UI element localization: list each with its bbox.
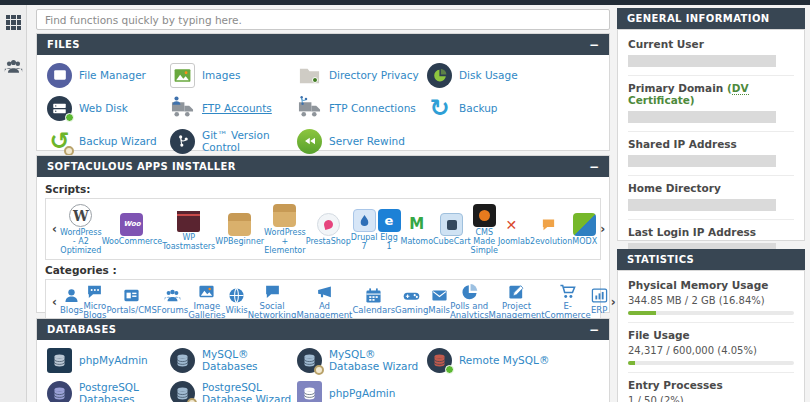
- postgresql-database-wizard-icon: [170, 381, 195, 402]
- files-section: FILES − File Manager Images Directory Pr…: [36, 33, 610, 151]
- files-item-web-disk[interactable]: Web Disk: [47, 95, 170, 121]
- statistics-header: STATISTICS: [617, 249, 805, 270]
- prestashop-icon: [317, 213, 340, 236]
- script-wpbeginner[interactable]: WPBeginner: [215, 211, 264, 247]
- scripts-label: Scripts:: [45, 183, 601, 195]
- progress-bar: [628, 311, 794, 315]
- redacted-value: [628, 111, 776, 123]
- mysql-databases-icon: [170, 348, 195, 373]
- web-disk-icon: [47, 96, 72, 121]
- files-item-git-version-control[interactable]: Git™ Version Control: [170, 128, 297, 154]
- category-ad-management[interactable]: Ad Management: [296, 283, 352, 321]
- databases-grid: phpMyAdmin MySQL® Databases MySQL® Datab…: [37, 340, 609, 402]
- script-prestashop[interactable]: PrestaShop: [306, 211, 351, 247]
- script-wordpress-a2[interactable]: W WordPress - A2 Optimized: [60, 202, 102, 256]
- search-input[interactable]: [36, 9, 610, 30]
- statistics-panel: Physical Memory Usage 344.85 MB / 2 GB (…: [617, 270, 805, 402]
- matomo-icon: M: [405, 213, 428, 236]
- files-grid: File Manager Images Directory Privacy Di…: [37, 55, 609, 158]
- files-item-backup[interactable]: ↻ Backup: [427, 95, 603, 121]
- files-item-label: Backup Wizard: [79, 135, 157, 147]
- redacted-value: [628, 155, 776, 167]
- server-rewind-icon: [297, 129, 322, 154]
- category-forums[interactable]: Forums: [157, 287, 188, 315]
- script-wp-toastmasters[interactable]: WP Toastmasters: [162, 207, 215, 252]
- category-social-networking[interactable]: Social Networking: [248, 283, 297, 321]
- category-portals-cms[interactable]: Portals/CMS: [106, 287, 156, 315]
- scripts-prev-icon[interactable]: ‹: [49, 222, 60, 236]
- databases-item-mysql-database-wizard[interactable]: MySQL® Database Wizard: [297, 347, 427, 373]
- scripts-next-icon[interactable]: ›: [597, 222, 608, 236]
- script-drupal7[interactable]: Drupal 7: [351, 207, 378, 252]
- user-groups-icon[interactable]: [4, 57, 23, 76]
- files-item-server-rewind[interactable]: Server Rewind: [297, 128, 427, 154]
- databases-item-label: MySQL® Databases: [202, 348, 297, 372]
- script-b2evolution[interactable]: b2evolution: [525, 211, 572, 247]
- script-cms-made-simple[interactable]: CMS Made Simple: [471, 202, 498, 256]
- script-elgg[interactable]: e Elgg 1: [378, 207, 401, 252]
- categories-prev-icon[interactable]: ‹: [49, 295, 60, 309]
- category-blogs[interactable]: Blogs: [60, 287, 83, 315]
- category-project-management[interactable]: Project Management: [489, 283, 545, 321]
- databases-item-remote-mysql[interactable]: Remote MySQL®: [427, 347, 603, 373]
- databases-item-postgresql-databases[interactable]: PostgreSQL Databases: [47, 380, 170, 402]
- files-item-file-manager[interactable]: File Manager: [47, 62, 170, 88]
- wordpress-elementor-icon: [273, 204, 296, 227]
- category-polls-and-analytics[interactable]: Polls and Analytics: [450, 283, 489, 321]
- category-mails[interactable]: Mails: [428, 287, 450, 315]
- databases-item-mysql-databases[interactable]: MySQL® Databases: [170, 347, 297, 373]
- files-item-label: Server Rewind: [329, 135, 405, 147]
- phpmyadmin-icon: [47, 348, 72, 373]
- script-wordpress-elementor[interactable]: WordPress + Elementor: [264, 202, 306, 256]
- general-information-panel: Current User Primary Domain (DV Certific…: [617, 29, 805, 241]
- backup-wizard-icon: ↺: [47, 129, 72, 154]
- git-version-control-icon: [170, 129, 195, 154]
- script-joomla[interactable]: ✕ Joomla: [498, 211, 525, 247]
- files-item-ftp-accounts[interactable]: FTP Accounts: [170, 95, 297, 121]
- redacted-value: [628, 199, 776, 211]
- postgresql-databases-icon: [47, 381, 72, 402]
- files-collapse-button[interactable]: −: [589, 39, 599, 51]
- databases-item-label: MySQL® Database Wizard: [329, 348, 427, 372]
- script-woocommerce[interactable]: Woo WooCommerce: [102, 211, 163, 247]
- category-micro-blogs[interactable]: Micro Blogs: [83, 283, 106, 321]
- elgg-icon: e: [378, 209, 401, 232]
- script-modx[interactable]: MODX: [572, 211, 597, 247]
- category-calendars[interactable]: Calendars: [352, 287, 395, 315]
- woocommerce-icon: Woo: [120, 213, 143, 236]
- databases-section-header: DATABASES −: [37, 319, 609, 340]
- files-item-label: Disk Usage: [459, 69, 518, 81]
- ftp-accounts-icon: [170, 96, 195, 121]
- main-content: FILES − File Manager Images Directory Pr…: [36, 5, 612, 402]
- images-icon: [170, 63, 195, 88]
- script-cubecart[interactable]: CubeCart: [433, 211, 471, 247]
- files-item-images[interactable]: Images: [170, 62, 297, 88]
- files-item-label: Directory Privacy: [329, 69, 419, 81]
- databases-item-postgresql-database-wizard[interactable]: PostgreSQL Database Wizard: [170, 380, 297, 402]
- files-item-label: Backup: [459, 102, 498, 114]
- drupal7-icon: [353, 209, 376, 232]
- files-item-backup-wizard[interactable]: ↺ Backup Wizard: [47, 128, 170, 154]
- files-item-directory-privacy[interactable]: Directory Privacy: [297, 62, 427, 88]
- field-primary-domain: Primary Domain (DV Certificate): [628, 76, 794, 132]
- wp-toastmasters-icon: [177, 209, 200, 232]
- category-erp[interactable]: ERP: [591, 287, 608, 315]
- script-matomo[interactable]: M Matomo: [401, 211, 434, 247]
- stat-file-usage: File Usage 24,317 / 600,000 (4.05%): [628, 323, 794, 373]
- files-item-disk-usage[interactable]: Disk Usage: [427, 62, 603, 88]
- files-item-label: FTP Accounts: [202, 102, 272, 114]
- category-wikis[interactable]: Wikis: [225, 287, 247, 315]
- files-section-title: FILES: [47, 39, 80, 50]
- remote-mysql-icon: [427, 348, 452, 373]
- softaculous-collapse-button[interactable]: −: [589, 161, 599, 173]
- category-gaming[interactable]: Gaming: [395, 287, 428, 315]
- category-image-galleries[interactable]: Image Galleries: [188, 283, 225, 321]
- databases-section: DATABASES − phpMyAdmin MySQL® Databases …: [36, 318, 610, 402]
- databases-item-phpmyadmin[interactable]: phpMyAdmin: [47, 347, 170, 373]
- databases-item-phppgadmin[interactable]: phpPgAdmin: [297, 380, 427, 402]
- progress-bar: [628, 361, 794, 365]
- category-e-commerce[interactable]: E-Commerce: [545, 283, 591, 321]
- databases-collapse-button[interactable]: −: [589, 324, 599, 336]
- files-item-ftp-connections[interactable]: FTP Connections: [297, 95, 427, 121]
- apps-grid-icon[interactable]: [6, 15, 21, 30]
